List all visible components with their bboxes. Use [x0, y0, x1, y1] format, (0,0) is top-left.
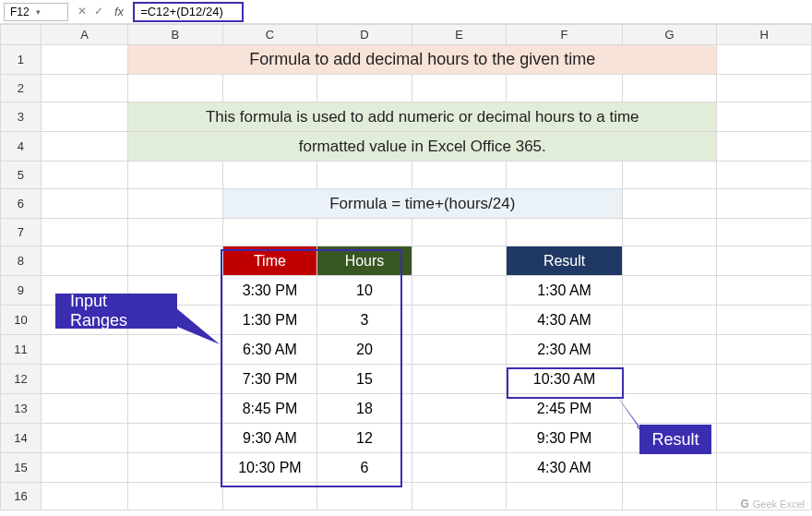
cell[interactable] — [41, 335, 127, 365]
cell[interactable] — [717, 132, 812, 162]
cell[interactable] — [128, 453, 223, 483]
hours-cell[interactable]: 15 — [317, 365, 412, 394]
row-header[interactable]: 2 — [1, 75, 42, 102]
cell[interactable] — [128, 335, 223, 365]
cell[interactable] — [317, 162, 412, 189]
time-cell[interactable]: 8:45 PM — [222, 394, 317, 424]
cell[interactable] — [222, 483, 317, 510]
row-header[interactable]: 9 — [1, 276, 42, 306]
header-result[interactable]: Result — [507, 246, 623, 276]
row-header[interactable]: 3 — [1, 102, 42, 132]
cell[interactable] — [717, 189, 812, 219]
col-header[interactable]: E — [412, 25, 507, 45]
cell[interactable] — [412, 219, 507, 246]
cell[interactable] — [41, 453, 127, 483]
cell[interactable] — [41, 365, 127, 394]
row-header[interactable]: 5 — [1, 162, 42, 189]
cell[interactable] — [222, 219, 317, 246]
cell[interactable] — [317, 483, 412, 510]
time-cell[interactable]: 9:30 AM — [222, 424, 317, 453]
cell[interactable] — [41, 394, 127, 424]
description-cell[interactable]: formatted value in Excel Office 365. — [128, 132, 717, 162]
enter-icon[interactable]: ✓ — [94, 5, 103, 18]
col-header[interactable]: B — [128, 25, 223, 45]
cell[interactable] — [622, 424, 717, 453]
cell[interactable] — [41, 424, 127, 453]
cell[interactable] — [317, 219, 412, 246]
cell[interactable] — [717, 276, 812, 306]
cell[interactable] — [622, 219, 717, 246]
cell[interactable] — [41, 45, 127, 75]
col-header[interactable]: F — [507, 25, 623, 45]
row-header[interactable]: 6 — [1, 189, 42, 219]
cell[interactable] — [717, 424, 812, 453]
cell[interactable] — [128, 162, 223, 189]
cell[interactable] — [622, 246, 717, 276]
cell[interactable] — [717, 219, 812, 246]
row-header[interactable]: 13 — [1, 394, 42, 424]
cell[interactable] — [622, 75, 717, 102]
col-header[interactable]: D — [317, 25, 412, 45]
cell[interactable] — [622, 189, 717, 219]
row-header[interactable]: 10 — [1, 306, 42, 335]
description-cell[interactable]: This formula is used to add numeric or d… — [128, 102, 717, 132]
cell[interactable] — [717, 246, 812, 276]
cell[interactable] — [222, 162, 317, 189]
cell[interactable] — [41, 483, 127, 510]
cell[interactable] — [622, 365, 717, 394]
header-time[interactable]: Time — [222, 246, 317, 276]
cell[interactable] — [717, 365, 812, 394]
time-cell[interactable]: 3:30 PM — [222, 276, 317, 306]
col-header[interactable]: C — [222, 25, 317, 45]
cell[interactable] — [717, 394, 812, 424]
cell[interactable] — [717, 102, 812, 132]
title-cell[interactable]: Formula to add decimal hours to the give… — [128, 45, 717, 75]
cell[interactable] — [717, 335, 812, 365]
row-header[interactable]: 4 — [1, 132, 42, 162]
row-header[interactable]: 1 — [1, 45, 42, 75]
col-header[interactable]: G — [622, 25, 717, 45]
cell[interactable] — [41, 246, 127, 276]
cell[interactable] — [622, 453, 717, 483]
cell[interactable] — [622, 162, 717, 189]
hours-cell[interactable]: 12 — [317, 424, 412, 453]
result-cell[interactable]: 2:45 PM — [507, 394, 623, 424]
cell[interactable] — [412, 483, 507, 510]
cell[interactable] — [128, 189, 223, 219]
row-header[interactable]: 12 — [1, 365, 42, 394]
cell[interactable] — [412, 394, 507, 424]
result-cell[interactable]: 10:30 AM — [507, 365, 623, 394]
cell[interactable] — [128, 246, 223, 276]
cell[interactable] — [412, 276, 507, 306]
result-cell[interactable]: 4:30 AM — [507, 306, 623, 335]
cell[interactable] — [717, 453, 812, 483]
cell[interactable] — [622, 276, 717, 306]
cell[interactable] — [128, 276, 223, 306]
cell[interactable] — [128, 424, 223, 453]
cell[interactable] — [412, 365, 507, 394]
result-cell[interactable]: 4:30 AM — [507, 453, 623, 483]
result-cell[interactable]: 2:30 AM — [507, 335, 623, 365]
cell[interactable] — [412, 424, 507, 453]
cell[interactable] — [41, 276, 127, 306]
row-header[interactable]: 14 — [1, 424, 42, 453]
cell[interactable] — [507, 483, 623, 510]
cell[interactable] — [128, 306, 223, 335]
cell[interactable] — [622, 394, 717, 424]
cell[interactable] — [412, 75, 507, 102]
name-box-dropdown-icon[interactable]: ▾ — [36, 7, 62, 17]
header-hours[interactable]: Hours — [317, 246, 412, 276]
cell[interactable] — [717, 75, 812, 102]
name-box[interactable]: F12 ▾ — [4, 3, 68, 21]
cell[interactable] — [41, 306, 127, 335]
time-cell[interactable]: 7:30 PM — [222, 365, 317, 394]
hours-cell[interactable]: 10 — [317, 276, 412, 306]
time-cell[interactable]: 6:30 AM — [222, 335, 317, 365]
cell[interactable] — [412, 162, 507, 189]
cell[interactable] — [128, 219, 223, 246]
formula-bar-input[interactable]: =C12+(D12/24) — [133, 2, 244, 22]
cell[interactable] — [41, 132, 127, 162]
col-header[interactable]: A — [41, 25, 127, 45]
cancel-icon[interactable]: ✕ — [78, 5, 87, 18]
row-header[interactable]: 15 — [1, 453, 42, 483]
